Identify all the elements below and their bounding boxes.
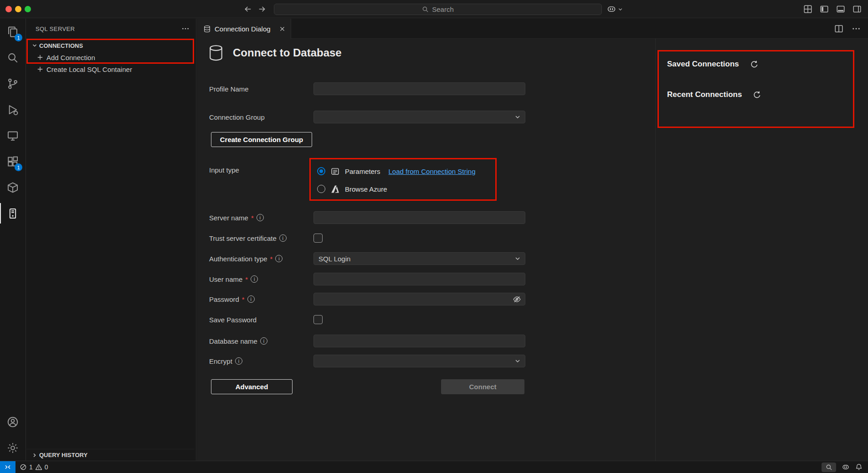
connections-section-header[interactable]: CONNECTIONS [26,40,195,51]
parameters-option-row: Parameters Load from Connection String [317,164,475,178]
minimize-window-button[interactable] [15,6,21,12]
activity-database-projects-button[interactable] [0,174,26,200]
user-name-info-icon[interactable] [251,275,258,283]
editor-more-actions-button[interactable] [852,24,861,33]
trust-server-certificate-checkbox[interactable] [313,234,323,243]
editor-actions [834,24,861,33]
refresh-saved-connections-button[interactable] [750,60,759,69]
password-info-icon[interactable] [247,295,255,303]
maximize-window-button[interactable] [25,6,31,12]
create-local-sql-container-label: Create Local SQL Container [46,66,132,73]
toggle-password-visibility-button[interactable] [513,295,521,304]
create-local-sql-container-item[interactable]: Create Local SQL Container [26,63,195,75]
status-bar: 1 0 [0,461,868,473]
add-connection-label: Add Connection [46,54,95,61]
activity-source-control-button[interactable] [0,71,26,97]
connection-dialog-pane: Connect to Database Profile Name Connect… [197,39,655,461]
parameters-icon [331,167,339,176]
remote-indicator[interactable] [0,461,15,473]
activity-explorer-button[interactable]: 1 [0,19,26,45]
query-history-label: QUERY HISTORY [39,452,87,458]
password-label: Password [209,295,239,303]
error-icon [20,463,27,471]
create-connection-group-button[interactable]: Create Connection Group [211,132,312,147]
authentication-type-select[interactable]: SQL Login [313,252,525,265]
editor-group: Connection Dialog [197,19,868,461]
toggle-panel-button[interactable] [836,5,845,14]
sidebar: SQL SERVER CONNECTIONS Add Connection Cr… [26,19,196,461]
authentication-type-info-icon[interactable] [275,255,282,262]
copilot-status-button[interactable] [842,463,849,471]
tab-close-button[interactable] [278,25,286,33]
sidebar-more-actions-button[interactable] [181,25,190,33]
tab-label: Connection Dialog [215,25,275,33]
warning-icon [35,463,42,471]
activity-sql-server-button[interactable] [0,200,26,226]
vscode-window: Search [0,0,868,473]
authentication-type-label: Authentication type [209,255,267,263]
search-icon [422,6,429,13]
save-password-checkbox[interactable] [313,315,323,324]
chevron-down-icon [617,6,623,12]
back-button[interactable] [243,5,252,14]
server-name-input[interactable] [313,211,525,224]
explorer-badge: 1 [15,34,22,41]
trust-server-certificate-info-icon[interactable] [279,234,287,242]
close-window-button[interactable] [5,6,12,12]
copilot-icon [607,5,616,14]
activity-accounts-button[interactable] [0,409,26,435]
connect-button[interactable]: Connect [441,379,524,394]
parameters-label: Parameters [345,168,380,175]
connection-group-select[interactable] [313,111,525,123]
layout-controls [803,5,862,14]
password-input[interactable] [313,293,525,305]
required-marker: * [242,295,245,303]
server-name-label: Server name [209,214,248,222]
user-name-input[interactable] [313,273,525,285]
extensions-badge: 1 [15,163,22,171]
connection-group-label: Connection Group [209,113,265,121]
encrypt-label: Encrypt [209,357,232,365]
activity-settings-button[interactable] [0,435,26,461]
add-connection-item[interactable]: Add Connection [26,51,195,63]
browse-azure-option-row: Browse Azure [317,182,387,196]
tab-connection-dialog[interactable]: Connection Dialog [197,19,291,39]
split-editor-button[interactable] [834,24,843,33]
activity-search-button[interactable] [0,45,26,71]
encrypt-select[interactable] [313,355,525,367]
refresh-recent-connections-button[interactable] [753,91,761,99]
activity-remote-explorer-button[interactable] [0,122,26,148]
notifications-button[interactable] [855,463,863,471]
activity-bar: 1 1 [0,19,26,461]
problems-button[interactable]: 1 0 [20,463,48,471]
chevron-down-icon [514,357,521,365]
server-name-info-icon[interactable] [257,214,264,221]
browse-azure-radio[interactable] [317,185,325,193]
toggle-primary-sidebar-button[interactable] [820,5,829,14]
database-name-input[interactable] [313,335,525,347]
customize-layout-button[interactable] [803,5,812,14]
search-box[interactable]: Search [274,4,602,15]
profile-name-input[interactable] [313,82,525,95]
zoom-button[interactable] [822,463,836,472]
database-name-label: Database name [209,337,257,345]
encrypt-info-icon[interactable] [235,357,242,365]
plus-icon [36,66,44,73]
load-from-connection-string-link[interactable]: Load from Connection String [389,168,476,175]
forward-button[interactable] [257,5,267,14]
database-name-info-icon[interactable] [260,337,267,345]
advanced-button[interactable]: Advanced [211,379,293,394]
input-type-label: Input type [209,166,239,174]
chevron-down-icon [514,113,521,121]
search-label: Search [432,5,454,13]
plus-icon [36,54,44,61]
sidebar-title: SQL SERVER [36,25,181,32]
query-history-section-header[interactable]: QUERY HISTORY [26,449,195,461]
activity-extensions-button[interactable]: 1 [0,148,26,174]
database-icon [208,44,224,61]
profile-name-label: Profile Name [209,85,249,93]
parameters-radio[interactable] [317,167,325,175]
activity-run-debug-button[interactable] [0,97,26,122]
copilot-button[interactable] [607,5,623,14]
toggle-secondary-sidebar-button[interactable] [853,5,862,14]
